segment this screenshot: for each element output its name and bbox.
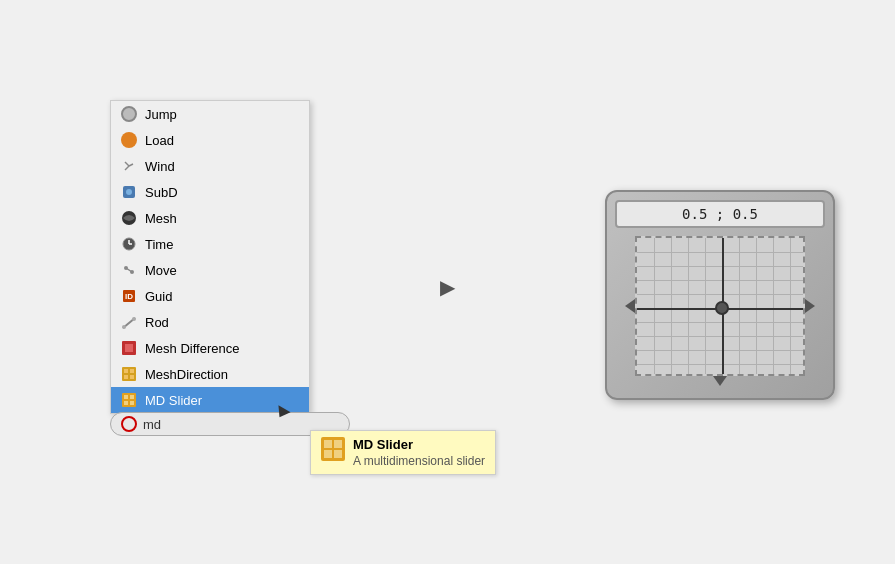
- grid-line: [637, 252, 803, 253]
- svg-point-15: [122, 325, 126, 329]
- svg-line-11: [126, 268, 132, 272]
- grid-line: [688, 238, 689, 374]
- meshdiff-icon: [119, 338, 139, 358]
- grid-line: [790, 238, 791, 374]
- menu-item-move-label: Move: [145, 263, 177, 278]
- tooltip-title: MD Slider: [353, 437, 485, 452]
- svg-line-2: [129, 164, 133, 166]
- svg-rect-18: [125, 344, 133, 352]
- menu-item-load[interactable]: Load: [111, 127, 309, 153]
- jump-icon: [119, 104, 139, 124]
- md-slider-widget[interactable]: 0.5 ; 0.5: [605, 190, 835, 400]
- tooltip-box: MD Slider A multidimensional slider: [310, 430, 496, 475]
- menu-item-subd[interactable]: SubD: [111, 179, 309, 205]
- dropdown-menu: Jump Load Wind SubD: [110, 100, 310, 414]
- svg-rect-23: [130, 375, 134, 379]
- tooltip-content: MD Slider A multidimensional slider: [353, 437, 485, 468]
- grid-line: [705, 238, 706, 374]
- svg-rect-30: [324, 440, 332, 448]
- menu-item-meshdir-label: MeshDirection: [145, 367, 228, 382]
- menu-item-time-label: Time: [145, 237, 173, 252]
- search-input[interactable]: [143, 417, 323, 432]
- grid-line: [637, 364, 803, 365]
- slider-grid[interactable]: [635, 236, 805, 376]
- center-arrow: ▶: [440, 275, 455, 299]
- slider-handle[interactable]: [715, 301, 729, 315]
- svg-rect-26: [130, 395, 134, 399]
- tooltip-description: A multidimensional slider: [353, 454, 485, 468]
- grid-line: [739, 238, 740, 374]
- menu-item-subd-label: SubD: [145, 185, 178, 200]
- menu-item-wind-label: Wind: [145, 159, 175, 174]
- grid-line: [773, 238, 774, 374]
- slider-grid-area[interactable]: [635, 236, 805, 376]
- svg-rect-27: [124, 401, 128, 405]
- meshdir-icon: [119, 364, 139, 384]
- subd-icon: [119, 182, 139, 202]
- tooltip-icon: [321, 437, 345, 461]
- svg-rect-21: [130, 369, 134, 373]
- svg-rect-25: [124, 395, 128, 399]
- slider-display: 0.5 ; 0.5: [615, 200, 825, 228]
- menu-item-rod[interactable]: Rod: [111, 309, 309, 335]
- grid-line: [671, 238, 672, 374]
- slider-right-arrow[interactable]: [805, 299, 815, 313]
- menu-item-guid-label: Guid: [145, 289, 172, 304]
- menu-item-time[interactable]: Time: [111, 231, 309, 257]
- menu-item-guid[interactable]: ID Guid: [111, 283, 309, 309]
- svg-rect-33: [334, 450, 342, 458]
- search-icon: [121, 416, 137, 432]
- guid-icon: ID: [119, 286, 139, 306]
- rod-icon: [119, 312, 139, 332]
- svg-rect-32: [324, 450, 332, 458]
- move-icon: [119, 260, 139, 280]
- menu-item-meshdiff-label: Mesh Difference: [145, 341, 239, 356]
- svg-point-16: [132, 317, 136, 321]
- menu-item-jump-label: Jump: [145, 107, 177, 122]
- svg-rect-31: [334, 440, 342, 448]
- slider-bottom-arrow[interactable]: [713, 376, 727, 386]
- grid-line: [637, 336, 803, 337]
- menu-item-mesh-label: Mesh: [145, 211, 177, 226]
- grid-line: [637, 294, 803, 295]
- svg-rect-22: [124, 375, 128, 379]
- grid-line: [637, 350, 803, 351]
- svg-rect-28: [130, 401, 134, 405]
- grid-line: [654, 238, 655, 374]
- menu-item-meshdiff[interactable]: Mesh Difference: [111, 335, 309, 361]
- svg-line-0: [125, 162, 129, 166]
- slider-left-arrow[interactable]: [625, 299, 635, 313]
- wind-icon: [119, 156, 139, 176]
- svg-text:ID: ID: [125, 292, 133, 301]
- svg-line-1: [125, 166, 129, 170]
- grid-line: [637, 280, 803, 281]
- menu-item-meshdir[interactable]: MeshDirection: [111, 361, 309, 387]
- menu-item-wind[interactable]: Wind: [111, 153, 309, 179]
- mesh-icon: [119, 208, 139, 228]
- grid-line: [637, 266, 803, 267]
- time-icon: [119, 234, 139, 254]
- load-icon: [119, 130, 139, 150]
- menu-item-mesh[interactable]: Mesh: [111, 205, 309, 231]
- menu-item-jump[interactable]: Jump: [111, 101, 309, 127]
- menu-item-rod-label: Rod: [145, 315, 169, 330]
- menu-item-mdslider-label: MD Slider: [145, 393, 202, 408]
- svg-rect-20: [124, 369, 128, 373]
- svg-point-4: [126, 189, 132, 195]
- grid-line: [637, 322, 803, 323]
- grid-line: [756, 238, 757, 374]
- menu-item-move[interactable]: Move: [111, 257, 309, 283]
- menu-item-load-label: Load: [145, 133, 174, 148]
- mdslider-icon: [119, 390, 139, 410]
